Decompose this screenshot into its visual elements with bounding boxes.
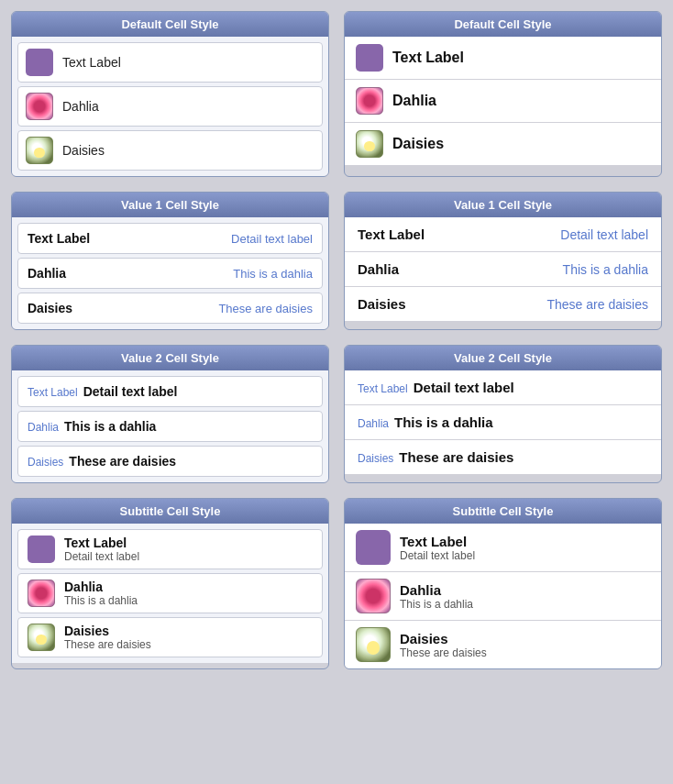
table-row[interactable]: Text Label — [17, 42, 323, 83]
table-row[interactable]: Text Label Detail text label — [17, 376, 323, 407]
table-row[interactable]: Text Label Detail text label — [345, 217, 661, 252]
value1-cell-style-right: Value 1 Cell Style Text Label Detail tex… — [344, 192, 662, 330]
cell-sub: Detail text label — [400, 549, 475, 562]
cell-main: Daisies — [400, 631, 487, 646]
purple-icon — [26, 49, 53, 76]
table-row[interactable]: Text Label Detail text label — [17, 529, 323, 569]
cell-main: Detail text label — [414, 380, 514, 395]
cell-label-small: Text Label — [358, 382, 408, 395]
panel-header: Subtitle Cell Style — [12, 499, 328, 524]
cell-label-small: Daisies — [358, 452, 393, 465]
panel-body: Text Label Detail text label Dahlia This… — [345, 370, 661, 474]
cell-label: Text Label — [392, 50, 464, 66]
cell-label: Daisies — [392, 136, 444, 152]
table-row[interactable]: Daisies These are daisies — [17, 293, 323, 324]
panel-header: Value 1 Cell Style — [345, 193, 661, 217]
dahlia-icon — [356, 579, 391, 613]
table-row[interactable]: Dahlia This is a dahlia — [345, 405, 661, 440]
cell-sub: These are daisies — [400, 646, 487, 659]
cell-main: This is a dahlia — [64, 419, 156, 434]
panel-header: Default Cell Style — [12, 12, 328, 37]
table-row[interactable]: Dahlia This is a dahlia — [345, 572, 661, 621]
cell-main: Dahlia — [400, 582, 473, 598]
cell-text: Text Label Detail text label — [64, 536, 139, 563]
table-row[interactable]: Text Label Detail text label — [345, 524, 661, 572]
cell-text: Dahlia This is a dahlia — [64, 580, 138, 607]
cell-detail: These are daisies — [546, 297, 648, 312]
table-row[interactable]: Text Label Detail text label — [17, 223, 323, 254]
default-cell-style-left: Default Cell Style Text Label Dahlia Dai… — [11, 11, 329, 177]
cell-main: Daisies — [28, 301, 72, 315]
table-row[interactable]: Dahlia This is a dahlia — [17, 573, 323, 613]
daisies-icon — [356, 130, 383, 158]
dahlia-icon — [356, 87, 383, 115]
cell-sub: These are daisies — [64, 638, 151, 651]
cell-main: Text Label — [358, 226, 425, 242]
panel-header: Value 1 Cell Style — [12, 193, 328, 217]
cell-main: Text Label — [400, 534, 475, 549]
panel-body: Text Label Dahlia Daisies — [345, 37, 661, 165]
table-row[interactable]: Daisies These are daisies — [17, 617, 323, 657]
table-row[interactable]: Dahlia — [17, 86, 323, 127]
purple-icon — [356, 530, 391, 565]
cell-detail: These are daisies — [218, 302, 313, 315]
cell-detail: Detail text label — [560, 227, 648, 242]
table-row[interactable]: Dahlia This is a dahlia — [345, 252, 661, 287]
subtitle-cell-style-right: Subtitle Cell Style Text Label Detail te… — [344, 498, 662, 669]
table-row[interactable]: Daisies These are daisies — [345, 621, 661, 668]
panel-header: Value 2 Cell Style — [12, 346, 328, 370]
cell-label: Daisies — [62, 143, 105, 158]
table-row[interactable]: Daisies — [345, 123, 661, 165]
dahlia-icon — [28, 580, 55, 607]
cell-sub: Detail text label — [64, 550, 139, 563]
panel-body: Text Label Detail text label Dahlia This… — [12, 524, 328, 663]
cell-main: Detail text label — [83, 384, 178, 399]
cell-main: These are daisies — [399, 449, 513, 465]
cell-text: Daisies These are daisies — [400, 631, 487, 659]
cell-sub: This is a dahlia — [400, 598, 473, 611]
table-row[interactable]: Dahlia This is a dahlia — [17, 258, 323, 289]
panel-body: Text Label Detail text label Dahlia This… — [12, 217, 328, 329]
daisies-icon — [356, 627, 391, 662]
cell-label-small: Dahlia — [28, 421, 59, 434]
table-row[interactable]: Dahlia — [345, 80, 661, 123]
table-row[interactable]: Daisies These are daisies — [345, 287, 661, 321]
subtitle-cell-style-left: Subtitle Cell Style Text Label Detail te… — [11, 498, 329, 669]
default-cell-style-right: Default Cell Style Text Label Dahlia Dai… — [344, 11, 662, 177]
cell-detail: Detail text label — [231, 232, 313, 246]
cell-main: Daisies — [358, 296, 406, 312]
value1-cell-style-left: Value 1 Cell Style Text Label Detail tex… — [11, 192, 329, 330]
cell-main: Dahlia — [28, 266, 66, 281]
cell-main: These are daisies — [69, 454, 176, 469]
purple-icon — [356, 44, 383, 72]
table-row[interactable]: Text Label Detail text label — [345, 370, 661, 405]
daisies-icon — [28, 624, 55, 651]
cell-text: Dahlia This is a dahlia — [400, 582, 473, 611]
table-row[interactable]: Daisies These are daisies — [17, 446, 323, 477]
cell-main: Text Label — [28, 231, 90, 246]
panel-body: Text Label Dahlia Daisies — [12, 37, 328, 176]
panel-header: Subtitle Cell Style — [345, 499, 661, 524]
cell-main: Dahlia — [358, 261, 399, 277]
panel-body: Text Label Detail text label Dahlia This… — [345, 217, 661, 321]
cell-detail: This is a dahlia — [563, 262, 648, 277]
value2-cell-style-left: Value 2 Cell Style Text Label Detail tex… — [11, 345, 329, 483]
cell-label: Dahlia — [62, 99, 99, 114]
daisies-icon — [26, 137, 53, 164]
cell-label-small: Text Label — [28, 386, 78, 399]
table-row[interactable]: Text Label — [345, 37, 661, 80]
table-row[interactable]: Dahlia This is a dahlia — [17, 411, 323, 442]
cell-main: Dahlia — [64, 580, 138, 594]
panel-header: Value 2 Cell Style — [345, 346, 661, 370]
table-row[interactable]: Daisies — [17, 130, 323, 171]
cell-main: This is a dahlia — [394, 414, 493, 430]
panel-body: Text Label Detail text label Dahlia This… — [345, 524, 661, 668]
cell-detail: This is a dahlia — [233, 267, 313, 281]
panel-header: Default Cell Style — [345, 12, 661, 37]
cell-main: Text Label — [64, 536, 139, 550]
value2-cell-style-right: Value 2 Cell Style Text Label Detail tex… — [344, 345, 662, 483]
cell-label: Dahlia — [392, 93, 436, 109]
cell-text: Daisies These are daisies — [64, 624, 151, 651]
dahlia-icon — [26, 93, 53, 120]
table-row[interactable]: Daisies These are daisies — [345, 440, 661, 474]
